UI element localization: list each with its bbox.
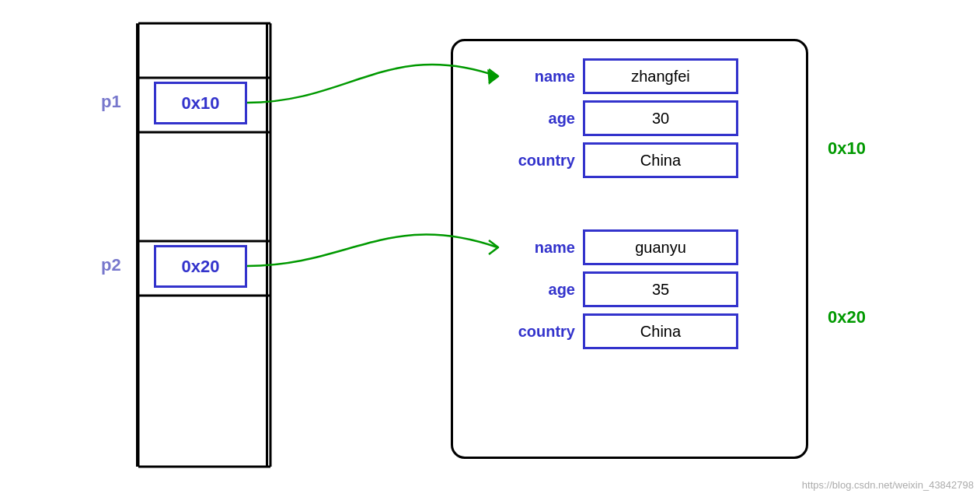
struct2-country-field: country China [497,313,738,349]
struct2-name-value: guanyu [583,229,738,265]
struct1-name-field: name zhangfei [497,58,738,94]
struct2-age-label: age [497,281,575,299]
struct1-age-field: age 30 [497,100,738,136]
struct1-name-value: zhangfei [583,58,738,94]
struct1-country-label: country [497,152,575,170]
addr-0x20-label: 0x20 [828,307,866,327]
struct2-name-field: name guanyu [497,229,738,265]
p2-label: p2 [101,255,121,275]
struct2-age-field: age 35 [497,271,738,307]
struct2-country-label: country [497,323,575,341]
struct1-country-field: country China [497,142,738,178]
p1-value: 0x10 [182,93,220,114]
p2-pointer-box: 0x20 [154,245,247,288]
p2-value: 0x20 [182,257,220,277]
struct1-block: name zhangfei age 30 country China [497,58,738,184]
struct2-block: name guanyu age 35 country China [497,229,738,355]
struct2-country-value: China [583,313,738,349]
struct1-age-value: 30 [583,100,738,136]
p1-pointer-box: 0x10 [154,82,247,124]
struct1-name-label: name [497,68,575,86]
addr-0x10-label: 0x10 [828,138,866,159]
struct1-country-value: China [583,142,738,178]
p1-label: p1 [101,92,121,112]
watermark: https://blog.csdn.net/weixin_43842798 [802,479,974,491]
struct2-age-value: 35 [583,271,738,307]
canvas: p1 0x10 p2 0x20 name zhangfei age 30 cou… [0,0,980,497]
struct1-age-label: age [497,110,575,128]
struct2-name-label: name [497,239,575,257]
